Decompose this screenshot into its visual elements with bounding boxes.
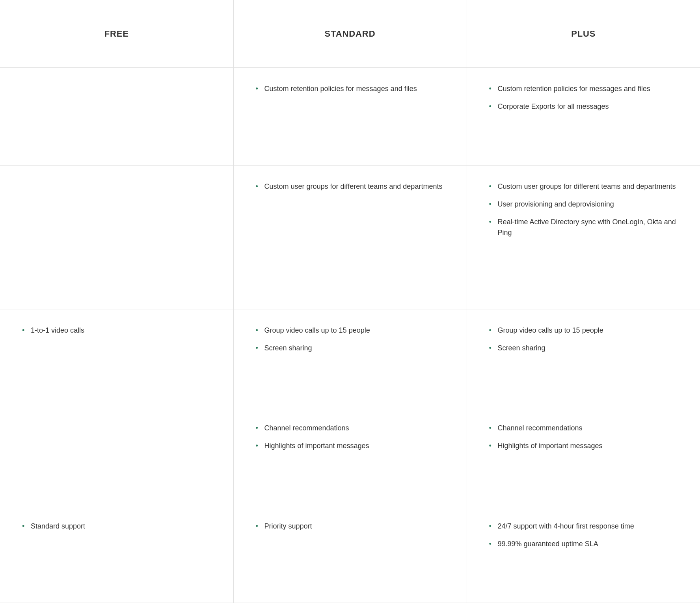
feature-item-row-support-plus-0: 24/7 support with 4-hour first response … — [487, 521, 681, 532]
cell-row-support-plus: 24/7 support with 4-hour first response … — [467, 505, 700, 603]
cell-row-video-plus: Group video calls up to 15 peopleScreen … — [467, 309, 700, 407]
feature-list-row-video-plus: Group video calls up to 15 peopleScreen … — [487, 325, 681, 354]
feature-list-row-retention-plus: Custom retention policies for messages a… — [487, 84, 681, 112]
cell-row-video-standard: Group video calls up to 15 peopleScreen … — [233, 309, 467, 407]
feature-list-row-support-standard: Priority support — [253, 521, 447, 532]
feature-list-row-video-standard: Group video calls up to 15 peopleScreen … — [253, 325, 447, 354]
comparison-table: FREE STANDARD PLUS Custom retention poli… — [0, 0, 700, 603]
cell-row-video-free: 1-to-1 video calls — [0, 309, 233, 407]
data-row-row-support: Standard supportPriority support24/7 sup… — [0, 505, 700, 603]
cell-row-support-standard: Priority support — [233, 505, 467, 603]
feature-list-row-channels-standard: Channel recommendationsHighlights of imp… — [253, 423, 447, 451]
feature-list-row-user-groups-standard: Custom user groups for different teams a… — [253, 181, 447, 192]
cell-row-channels-free — [0, 407, 233, 505]
feature-item-row-user-groups-plus-2: Real-time Active Directory sync with One… — [487, 217, 681, 238]
cell-row-support-free: Standard support — [0, 505, 233, 603]
cell-row-user-groups-plus: Custom user groups for different teams a… — [467, 165, 700, 309]
feature-item-row-channels-standard-1: Highlights of important messages — [253, 441, 447, 451]
standard-label: STANDARD — [325, 29, 376, 39]
feature-list-row-user-groups-plus: Custom user groups for different teams a… — [487, 181, 681, 238]
plus-label: PLUS — [571, 29, 596, 39]
feature-item-row-retention-plus-1: Corporate Exports for all messages — [487, 101, 681, 112]
cell-row-retention-free — [0, 67, 233, 165]
feature-item-row-support-standard-0: Priority support — [253, 521, 447, 532]
free-header: FREE — [0, 0, 233, 67]
cell-row-retention-plus: Custom retention policies for messages a… — [467, 67, 700, 165]
feature-item-row-video-plus-1: Screen sharing — [487, 343, 681, 354]
feature-list-row-support-free: Standard support — [20, 521, 214, 532]
feature-item-row-retention-plus-0: Custom retention policies for messages a… — [487, 84, 681, 94]
feature-item-row-support-free-0: Standard support — [20, 521, 214, 532]
feature-item-row-user-groups-plus-1: User provisioning and deprovisioning — [487, 199, 681, 210]
cell-row-retention-standard: Custom retention policies for messages a… — [233, 67, 467, 165]
feature-item-row-user-groups-plus-0: Custom user groups for different teams a… — [487, 181, 681, 192]
feature-item-row-user-groups-standard-0: Custom user groups for different teams a… — [253, 181, 447, 192]
feature-item-row-video-free-0: 1-to-1 video calls — [20, 325, 214, 336]
feature-list-row-video-free: 1-to-1 video calls — [20, 325, 214, 336]
feature-item-row-video-plus-0: Group video calls up to 15 people — [487, 325, 681, 336]
feature-list-row-retention-standard: Custom retention policies for messages a… — [253, 84, 447, 94]
feature-item-row-video-standard-1: Screen sharing — [253, 343, 447, 354]
feature-item-row-support-plus-1: 99.99% guaranteed uptime SLA — [487, 539, 681, 549]
cell-row-channels-plus: Channel recommendationsHighlights of imp… — [467, 407, 700, 505]
cell-row-channels-standard: Channel recommendationsHighlights of imp… — [233, 407, 467, 505]
header-row: FREE STANDARD PLUS — [0, 0, 700, 67]
data-row-row-user-groups: Custom user groups for different teams a… — [0, 165, 700, 309]
feature-list-row-channels-plus: Channel recommendationsHighlights of imp… — [487, 423, 681, 451]
feature-list-row-support-plus: 24/7 support with 4-hour first response … — [487, 521, 681, 549]
free-label: FREE — [104, 29, 129, 39]
plus-header: PLUS — [467, 0, 700, 67]
cell-row-user-groups-standard: Custom user groups for different teams a… — [233, 165, 467, 309]
data-row-row-video: 1-to-1 video callsGroup video calls up t… — [0, 309, 700, 407]
feature-item-row-channels-plus-0: Channel recommendations — [487, 423, 681, 434]
data-row-row-channels: Channel recommendationsHighlights of imp… — [0, 407, 700, 505]
feature-item-row-video-standard-0: Group video calls up to 15 people — [253, 325, 447, 336]
cell-row-user-groups-free — [0, 165, 233, 309]
feature-item-row-channels-plus-1: Highlights of important messages — [487, 441, 681, 451]
standard-header: STANDARD — [233, 0, 467, 67]
feature-item-row-retention-standard-0: Custom retention policies for messages a… — [253, 84, 447, 94]
feature-item-row-channels-standard-0: Channel recommendations — [253, 423, 447, 434]
data-row-row-retention: Custom retention policies for messages a… — [0, 67, 700, 165]
